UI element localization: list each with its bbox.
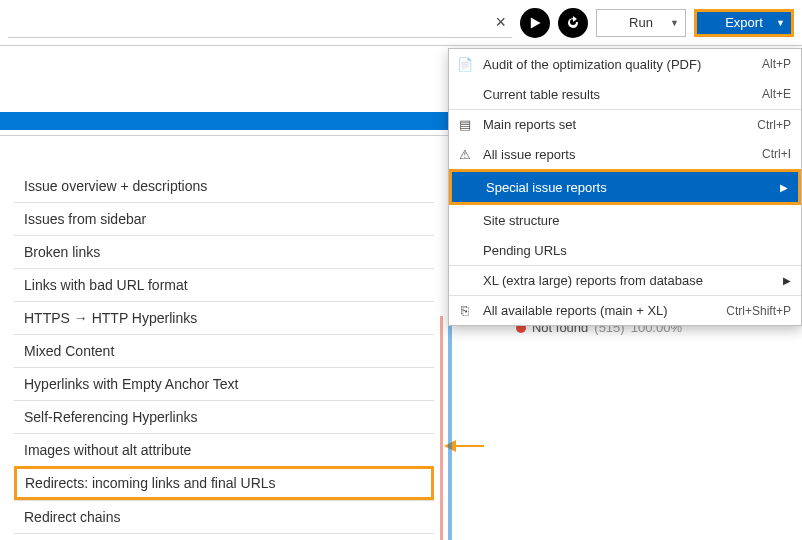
export-menu-item[interactable]: Current table resultsAlt+E xyxy=(449,79,801,109)
export-label: Export xyxy=(725,15,763,30)
caret-down-icon: ▼ xyxy=(776,18,785,28)
export-menu-item[interactable]: 📄Audit of the optimization quality (PDF)… xyxy=(449,49,801,79)
run-label: Run xyxy=(629,15,653,30)
submenu-item[interactable]: Redirect chains xyxy=(14,500,434,533)
special-issue-submenu: Issue overview + descriptionsIssues from… xyxy=(14,170,434,540)
menu-item-label: Special issue reports xyxy=(486,180,607,195)
export-menu-item[interactable]: ▤Main reports setCtrl+P xyxy=(449,109,801,139)
menu-item-shortcut: Ctrl+Shift+P xyxy=(726,304,791,318)
menu-item-icon: ▤ xyxy=(457,117,473,132)
submenu-caret-icon: ▶ xyxy=(772,182,788,193)
submenu-item[interactable]: Images without alt attribute xyxy=(14,433,434,466)
submenu-item[interactable]: Issue overview + descriptions xyxy=(14,170,434,202)
submenu-item[interactable]: Redirects blocked by robots.txt xyxy=(14,533,434,540)
menu-item-shortcut: Ctrl+I xyxy=(762,147,791,161)
clear-search-icon[interactable]: × xyxy=(495,12,506,33)
submenu-item[interactable]: Self-Referencing Hyperlinks xyxy=(14,400,434,433)
menu-item-label: Main reports set xyxy=(483,117,576,132)
submenu-caret-icon: ▶ xyxy=(775,275,791,286)
export-button[interactable]: Export ▼ xyxy=(694,9,794,37)
export-menu-item[interactable]: Special issue reports▶ xyxy=(452,172,798,202)
menu-item-label: Pending URLs xyxy=(483,243,567,258)
submenu-item[interactable]: Mixed Content xyxy=(14,334,434,367)
menu-item-icon: ⎘ xyxy=(457,303,473,318)
menu-item-icon: ⚠ xyxy=(457,147,473,162)
menu-item-shortcut: Alt+E xyxy=(762,87,791,101)
submenu-item[interactable]: Hyperlinks with Empty Anchor Text xyxy=(14,367,434,400)
submenu-item[interactable]: Issues from sidebar xyxy=(14,202,434,235)
menu-item-shortcut: Ctrl+P xyxy=(757,118,791,132)
export-menu-item[interactable]: ⎘All available reports (main + XL)Ctrl+S… xyxy=(449,295,801,325)
refresh-icon xyxy=(565,15,581,31)
caret-down-icon: ▼ xyxy=(670,18,679,28)
menu-item-icon: 📄 xyxy=(457,57,473,72)
play-icon xyxy=(528,16,542,30)
top-toolbar: × Run ▼ Export ▼ xyxy=(0,0,802,46)
export-dropdown-menu: 📄Audit of the optimization quality (PDF)… xyxy=(448,48,802,326)
menu-item-label: Audit of the optimization quality (PDF) xyxy=(483,57,701,72)
export-menu-item[interactable]: Pending URLs xyxy=(449,235,801,265)
chart-slice-blue xyxy=(448,316,452,540)
export-menu-item[interactable]: ⚠All issue reportsCtrl+I xyxy=(449,139,801,169)
export-menu-item[interactable]: XL (extra large) reports from database▶ xyxy=(449,265,801,295)
menu-item-label: Current table results xyxy=(483,87,600,102)
submenu-item[interactable]: Redirects: incoming links and final URLs xyxy=(14,466,434,500)
menu-item-shortcut: Alt+P xyxy=(762,57,791,71)
submenu-item[interactable]: Broken links xyxy=(14,235,434,268)
submenu-item[interactable]: HTTPS → HTTP Hyperlinks xyxy=(14,301,434,334)
menu-item-label: All issue reports xyxy=(483,147,575,162)
submenu-item[interactable]: Links with bad URL format xyxy=(14,268,434,301)
refresh-button[interactable] xyxy=(558,8,588,38)
menu-item-label: XL (extra large) reports from database xyxy=(483,273,703,288)
run-select[interactable]: Run ▼ xyxy=(596,9,686,37)
menu-item-label: Site structure xyxy=(483,213,560,228)
export-menu-item[interactable]: Site structure xyxy=(449,205,801,235)
search-input[interactable]: × xyxy=(8,8,512,38)
play-button[interactable] xyxy=(520,8,550,38)
chart-slice-red xyxy=(440,316,443,540)
menu-item-label: All available reports (main + XL) xyxy=(483,303,668,318)
